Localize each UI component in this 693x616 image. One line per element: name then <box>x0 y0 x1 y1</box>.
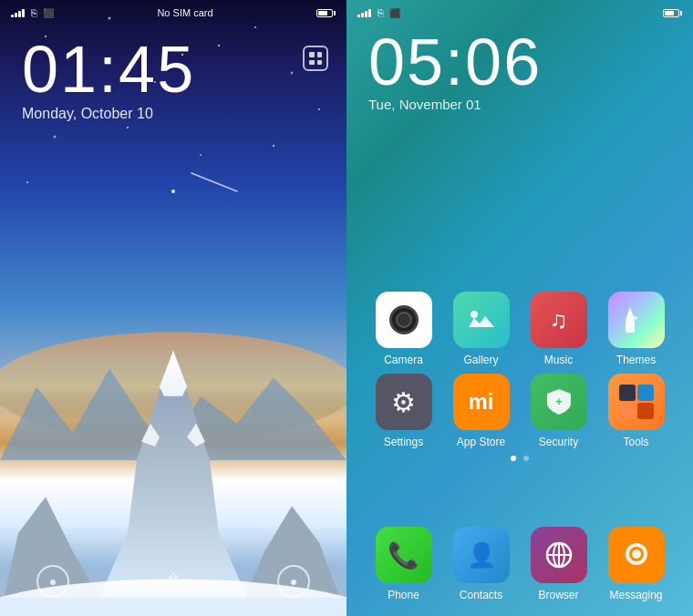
home-screen-time: 05:06 Tue, November 01 <box>346 29 693 112</box>
date-value: Monday, October 10 <box>22 106 346 122</box>
left-status-bar: ⎘ ⬛ No SIM card <box>0 7 346 18</box>
up-arrow-icon: ⇧ <box>165 570 181 592</box>
app-grid: Camera Gallery ♫ Music <box>346 292 693 456</box>
settings-label: Settings <box>384 436 423 448</box>
app-tools[interactable]: Tools <box>602 374 670 448</box>
security-icon: + <box>531 374 587 430</box>
svg-point-10 <box>127 127 129 128</box>
app-camera[interactable]: Camera <box>369 292 438 366</box>
svg-point-14 <box>171 190 175 193</box>
appstore-icon: mi <box>453 374 510 430</box>
svg-point-27 <box>471 311 478 318</box>
screen-record-icon: ⬛ <box>43 8 54 18</box>
lock-screen-camera-icon[interactable]: ● <box>277 565 310 598</box>
lock-screen-time: 01:45 Monday, October 10 <box>0 36 346 122</box>
app-music[interactable]: ♫ Music <box>524 292 593 366</box>
right-wifi-icon: ⎘ <box>378 7 384 18</box>
bottom-dock: 📞 Phone 👤 Contacts Browser <box>346 518 693 616</box>
lock-screen: ⎘ ⬛ No SIM card 01:45 Monday, October 10… <box>0 0 346 616</box>
grid-dot-2 <box>317 52 323 57</box>
app-appstore[interactable]: mi App Store <box>447 374 515 448</box>
app-row-2: ⚙ Settings mi App Store + Securi <box>365 374 675 448</box>
dock-browser[interactable]: Browser <box>524 527 593 601</box>
svg-point-13 <box>26 181 28 183</box>
grid-dot-1 <box>309 52 315 57</box>
left-signal-icons: ⎘ ⬛ <box>11 7 54 18</box>
time-value: 01:45 <box>22 36 346 102</box>
gallery-label: Gallery <box>463 354 498 366</box>
tools-label: Tools <box>623 436 648 448</box>
phone-icon: 📞 <box>376 527 432 583</box>
dock-contacts[interactable]: 👤 Contacts <box>447 527 515 601</box>
sim-text: No SIM card <box>157 7 212 18</box>
contacts-symbol: 👤 <box>467 541 496 570</box>
contacts-label: Contacts <box>460 589 502 601</box>
svg-rect-26 <box>0 598 346 616</box>
right-signal-icons: ⎘ ⬛ <box>357 7 400 18</box>
browser-label: Browser <box>538 589 578 601</box>
settings-icon: ⚙ <box>376 374 432 430</box>
messaging-label: Messaging <box>609 589 662 601</box>
security-label: Security <box>539 436 578 448</box>
gear-icon: ⚙ <box>391 386 416 418</box>
home-date-value: Tue, November 01 <box>368 97 693 112</box>
tools-grid-icon <box>619 385 654 419</box>
svg-point-38 <box>632 549 641 559</box>
gallery-svg <box>467 307 496 333</box>
right-battery-icon <box>663 9 682 17</box>
svg-point-12 <box>273 145 274 147</box>
dock-phone[interactable]: 📞 Phone <box>369 527 438 601</box>
right-screen-icon: ⬛ <box>389 8 400 18</box>
right-status-bar: ⎘ ⬛ <box>346 7 693 18</box>
svg-point-3 <box>254 26 256 28</box>
page-dot-2 <box>523 456 529 461</box>
music-icon: ♫ <box>531 292 587 348</box>
camera-icon <box>376 292 432 348</box>
browser-svg <box>544 540 574 570</box>
themes-brush-svg <box>622 305 651 334</box>
camera-label: Camera <box>384 354 423 366</box>
svg-line-15 <box>191 173 237 191</box>
svg-point-11 <box>200 154 202 156</box>
app-gallery[interactable]: Gallery <box>447 292 515 366</box>
lock-screen-bottom-bar: ● ⇧ ● <box>0 565 346 598</box>
camera-shortcut-icon: ● <box>290 574 297 589</box>
page-indicator <box>346 456 693 461</box>
grid-icon[interactable] <box>303 46 328 71</box>
camera-inner <box>396 312 412 328</box>
right-signal-icon <box>357 9 371 17</box>
appstore-label: App Store <box>457 436 505 448</box>
app-settings[interactable]: ⚙ Settings <box>369 374 438 448</box>
home-screen: ⎘ ⬛ 05:06 Tue, November 01 <box>346 0 693 616</box>
svg-rect-28 <box>626 320 635 333</box>
circle-dot-icon: ● <box>49 574 57 589</box>
grid-dot-3 <box>309 60 315 66</box>
wifi-icon: ⎘ <box>31 7 37 18</box>
gallery-icon <box>453 292 510 348</box>
phone-symbol: 📞 <box>388 540 419 570</box>
shield-svg: + <box>545 387 573 416</box>
themes-label: Themes <box>616 354 656 366</box>
lock-screen-circle-icon[interactable]: ● <box>36 565 69 598</box>
grid-dot-4 <box>317 60 323 66</box>
signal-icon <box>11 9 25 17</box>
themes-icon <box>608 292 665 348</box>
messaging-svg <box>622 541 651 569</box>
browser-icon <box>531 527 587 583</box>
dock-messaging[interactable]: Messaging <box>602 527 670 601</box>
camera-lens <box>389 305 419 334</box>
page-dot-1 <box>511 456 516 461</box>
app-row-1: Camera Gallery ♫ Music <box>365 292 675 366</box>
mi-logo: mi <box>468 389 493 415</box>
battery-icon <box>316 9 336 17</box>
music-note-icon: ♫ <box>550 306 568 334</box>
svg-text:+: + <box>555 395 562 408</box>
svg-point-9 <box>54 136 57 139</box>
app-security[interactable]: + Security <box>524 374 593 448</box>
music-label: Music <box>544 354 573 366</box>
unlock-swipe-icon[interactable]: ⇧ <box>165 570 181 593</box>
messaging-icon <box>608 527 665 583</box>
contacts-icon: 👤 <box>453 527 510 583</box>
app-themes[interactable]: Themes <box>602 292 670 366</box>
phone-label: Phone <box>388 589 419 601</box>
